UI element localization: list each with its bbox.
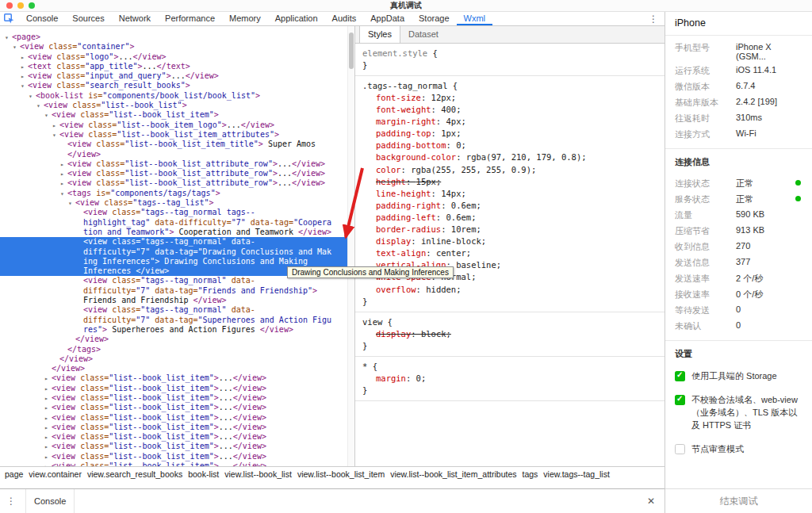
tree-node-line[interactable]: tion and Teamwork"> Cooperation and Team… — [0, 228, 347, 237]
tree-node-line[interactable]: ▾<view class="container"> — [0, 42, 347, 52]
tree-node-line[interactable]: ▾<view class="list--book_list_item"> — [0, 110, 347, 120]
expand-arrow-icon[interactable]: ▾ — [52, 131, 59, 140]
inspect-element-icon[interactable] — [4, 13, 14, 24]
expand-arrow-icon[interactable]: ▾ — [13, 43, 20, 52]
css-property[interactable]: padding-right: 0.6em; — [362, 200, 665, 212]
css-property[interactable]: text-align: center; — [362, 247, 665, 259]
css-property[interactable]: overflow: hidden; — [362, 284, 665, 296]
setting-checkbox[interactable] — [675, 371, 685, 381]
tree-node-line[interactable]: ▸<view class="list--book_list_item">...<… — [0, 442, 347, 451]
expand-arrow-icon[interactable]: ▸ — [44, 404, 52, 413]
tab-sources[interactable]: Sources — [65, 12, 111, 25]
tree-scrollbar-thumb[interactable] — [349, 33, 354, 69]
tree-node-line[interactable]: ▾<view class="list--book_list_item_attri… — [0, 130, 347, 140]
tree-node-line[interactable]: ▸<view class="list--book_list_attribute_… — [0, 159, 347, 169]
tab-audits[interactable]: Audits — [325, 12, 364, 25]
tree-node-line[interactable]: ▸<view class="list--book_list_attribute_… — [0, 169, 347, 178]
expand-arrow-icon[interactable]: ▾ — [29, 92, 36, 101]
css-property[interactable]: line-height: 14px; — [362, 188, 665, 200]
tab-wxml[interactable]: Wxml — [457, 12, 493, 25]
css-selector-line[interactable]: element.style { — [362, 48, 665, 59]
tab-console[interactable]: Console — [19, 12, 65, 25]
tree-node-line[interactable]: ▸<view class="list--book_list_item">...<… — [0, 403, 347, 412]
tree-node-line[interactable]: <view class="tags--tag_normal" data- — [0, 305, 347, 315]
tree-node-line[interactable]: ▾<view class="tags--tag_list"> — [0, 198, 347, 208]
breadcrumb-item[interactable]: page — [5, 469, 23, 479]
breadcrumb-item[interactable]: view.container — [29, 469, 82, 479]
overflow-menu-icon[interactable]: ⋮ — [649, 15, 658, 23]
tree-node-line[interactable]: difficulty="7" data-tag="Drawing Conclus… — [0, 247, 347, 257]
tree-node-line[interactable]: </view> — [0, 354, 347, 364]
tree-node-line[interactable]: ing Inferences"> Drawing Conclusions and… — [0, 257, 347, 266]
css-property[interactable]: height: 15px; — [362, 176, 665, 188]
tree-node-line[interactable]: ▾<view class="search_result_books"> — [0, 81, 347, 90]
expand-arrow-icon[interactable]: ▾ — [5, 33, 12, 43]
expand-arrow-icon[interactable]: ▾ — [44, 111, 52, 121]
end-debug-button[interactable]: 结束调试 — [665, 488, 812, 513]
tree-node-line[interactable]: ▸<view class="list--book_list_item">...<… — [0, 393, 347, 403]
css-property[interactable]: background-color: rgba(97, 210, 179, 0.8… — [362, 151, 665, 163]
css-property[interactable]: font-size: 12px; — [362, 92, 665, 104]
tree-node-line[interactable]: ▾<book-list is="components/book_list/boo… — [0, 91, 347, 101]
tab-network[interactable]: Network — [112, 12, 158, 25]
tree-scrollbar[interactable] — [347, 26, 354, 466]
breadcrumb-item[interactable]: tags — [523, 469, 538, 479]
css-property[interactable]: border-radius: 10rem; — [362, 224, 665, 235]
tab-memory[interactable]: Memory — [222, 12, 268, 25]
tree-node-line[interactable]: ▸<view class="logo">...</view> — [0, 52, 347, 62]
tree-node-line[interactable]: ▸<view class="list--book_list_item">...<… — [0, 423, 347, 432]
tree-node-line[interactable]: highlight_tag" data-difficulty="7" data-… — [0, 218, 347, 228]
breadcrumb-item[interactable]: view.list--book_list_item — [297, 469, 385, 479]
tree-node-line[interactable]: ▾<page> — [0, 33, 347, 42]
expand-arrow-icon[interactable]: ▾ — [21, 82, 28, 91]
expand-arrow-icon[interactable]: ▸ — [60, 179, 67, 189]
expand-arrow-icon[interactable]: ▾ — [60, 190, 67, 199]
css-selector-line[interactable]: * { — [362, 361, 665, 373]
tree-node-line[interactable]: ▾<tags is="components/tags/tags"> — [0, 189, 347, 198]
tree-node-line[interactable]: <view class="tags--tag_normal" data- — [0, 237, 347, 247]
tab-storage[interactable]: Storage — [412, 12, 457, 25]
tree-node-line[interactable]: ▸<view class="list--book_list_item">...<… — [0, 413, 347, 423]
tree-node-line[interactable]: </view> — [0, 150, 347, 159]
tab-application[interactable]: Application — [268, 12, 325, 25]
breadcrumb-item[interactable]: view.tags--tag_list — [543, 469, 609, 479]
tree-node-line[interactable]: ▾<view class="list--book_list"> — [0, 101, 347, 110]
tree-node-line[interactable]: Friends and Friendship </view> — [0, 296, 347, 305]
styles-tab-dataset[interactable]: Dataset — [400, 26, 446, 43]
css-property[interactable]: margin-right: 4px; — [362, 116, 665, 128]
css-property[interactable]: padding-top: 1px; — [362, 128, 665, 140]
tree-node-line[interactable]: ▸<view class="list--book_list_item">...<… — [0, 384, 347, 393]
tree-node-line[interactable]: <view class="list--book_list_item_title"… — [0, 140, 347, 149]
tree-node-line[interactable]: ▸<view class="list--book_item_logo">...<… — [0, 121, 347, 130]
css-property[interactable]: color: rgba(255, 255, 255, 0.9); — [362, 164, 665, 176]
console-drawer-tab[interactable]: Console — [25, 489, 75, 513]
close-drawer-icon[interactable]: ✕ — [647, 496, 655, 507]
breadcrumb-item[interactable]: view.list--book_list_item_attributes — [390, 469, 516, 479]
drawer-menu-icon[interactable]: ⋮ — [6, 496, 16, 507]
css-property[interactable]: display: inline-block; — [362, 235, 665, 247]
tab-performance[interactable]: Performance — [158, 12, 222, 25]
tree-node-line[interactable]: ▸<view class="list--book_list_item">...<… — [0, 373, 347, 383]
css-property[interactable]: margin: 0; — [362, 373, 665, 385]
tree-node-line[interactable]: </tags> — [0, 345, 347, 354]
breadcrumb-item[interactable]: book-list — [188, 469, 219, 479]
expand-arrow-icon[interactable]: ▸ — [44, 442, 52, 452]
css-property[interactable]: display: block; — [362, 328, 665, 340]
breadcrumb-item[interactable]: view.search_result_books — [87, 469, 182, 479]
tree-node-line[interactable]: ▸<view class="list--book_list_item">...<… — [0, 432, 347, 442]
css-selector-line[interactable]: view { — [362, 316, 665, 328]
css-property[interactable]: padding-bottom: 0; — [362, 140, 665, 151]
tree-node-line[interactable]: ▸<view class="list--book_list_item">...<… — [0, 452, 347, 461]
tree-node-line[interactable]: difficulty="7" data-tag="Superheroes and… — [0, 316, 347, 325]
tree-node-line[interactable]: <view class="tags--tag_normal tags-- — [0, 208, 347, 217]
tree-node-line[interactable]: </view> — [0, 364, 347, 373]
styles-tab-styles[interactable]: Styles — [359, 26, 400, 43]
tree-node-line[interactable]: difficulty="7" data-tag="Friends and Fri… — [0, 286, 347, 296]
breadcrumb-item[interactable]: view.list--book_list — [224, 469, 292, 479]
tree-node-line[interactable]: ▸<view class="list--book_list_attribute_… — [0, 178, 347, 188]
tree-node-line[interactable]: </view> — [0, 335, 347, 344]
tree-node-line[interactable]: ▸<text class="app_title">...</text> — [0, 62, 347, 71]
tab-appdata[interactable]: AppData — [363, 12, 412, 25]
css-property[interactable]: font-weight: 400; — [362, 104, 665, 116]
setting-checkbox[interactable] — [675, 395, 685, 405]
